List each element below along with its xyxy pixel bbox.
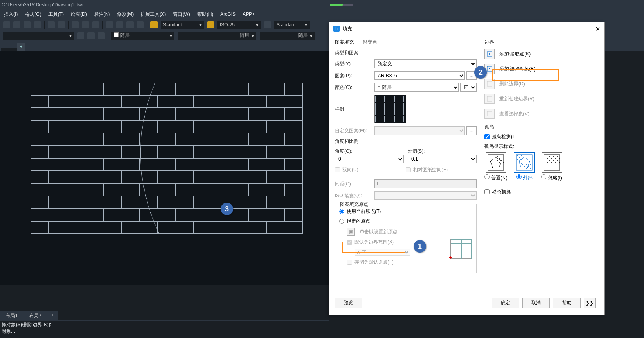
redo-icon[interactable]: [58, 21, 65, 28]
cancel-button[interactable]: 取消: [522, 298, 550, 308]
zoom-window-icon[interactable]: [92, 21, 99, 28]
layer-lock-icon[interactable]: [77, 32, 84, 39]
preview-button[interactable]: 预览: [335, 298, 362, 308]
menu-tools[interactable]: 工具(T): [48, 11, 64, 18]
dialog-title: 填充: [343, 26, 352, 32]
scale-label: 比例(S):: [408, 148, 425, 154]
view-sel-label: 查看选择集(V): [499, 111, 529, 117]
tab-pattern[interactable]: 图案填充: [335, 39, 354, 46]
ok-button[interactable]: 确定: [492, 298, 519, 308]
text-style-icon[interactable]: [150, 21, 158, 28]
help-button[interactable]: 帮助: [553, 298, 581, 308]
undo-icon[interactable]: [48, 21, 55, 28]
type-select[interactable]: 预定义: [374, 59, 477, 68]
menu-dim[interactable]: 标注(N): [94, 11, 110, 18]
match-icon[interactable]: [34, 21, 41, 28]
menu-arcgis[interactable]: ArcGIS: [220, 11, 236, 17]
callout-2: 2: [474, 66, 487, 79]
menu-modify[interactable]: 修改(M): [117, 11, 134, 18]
svg-rect-3: [487, 81, 492, 86]
add-pick-label[interactable]: 添加:拾取点(K): [499, 51, 531, 57]
dyn-preview-checkbox[interactable]: [484, 189, 490, 194]
menu-draw[interactable]: 绘图(D): [71, 11, 87, 18]
new-tab-button[interactable]: +: [17, 43, 25, 51]
table-style-combo[interactable]: Standard▾: [274, 21, 310, 29]
island-ignore-icon[interactable]: [542, 152, 562, 173]
copy-icon[interactable]: [13, 21, 20, 28]
color-combo[interactable]: 随层▾: [111, 32, 174, 40]
scale-select[interactable]: 0.1: [408, 155, 477, 163]
island-outer-radio[interactable]: [516, 174, 522, 179]
layer-off-icon[interactable]: [87, 32, 95, 39]
sample-preview[interactable]: [374, 95, 406, 123]
zoom-icon[interactable]: [82, 21, 89, 28]
highlight-2: [492, 69, 559, 81]
menu-window[interactable]: 窗口(W): [173, 11, 190, 18]
layer-combo[interactable]: ▾: [3, 32, 74, 40]
callout-1: 1: [414, 240, 426, 253]
island-style-label: 孤岛显示样式:: [484, 143, 595, 150]
text-style-combo[interactable]: Standard▾: [161, 21, 204, 29]
island-outer-label: 外部: [523, 175, 533, 181]
lineweight-combo[interactable]: 随层▾: [260, 32, 315, 40]
origin-store-label: 存储为默认原点(F): [354, 259, 393, 266]
doc-tab-drawing1[interactable]: ×: [1, 48, 17, 51]
table-icon[interactable]: [106, 21, 113, 28]
command-line[interactable]: 择对象(S)/删除边界(B)]: 对象...: [0, 320, 329, 338]
pattern-select[interactable]: AR-B816: [374, 71, 465, 80]
pick-origin-icon: ▣: [347, 228, 355, 236]
paper-checkbox: [406, 167, 411, 172]
linetype-combo[interactable]: 随层▾: [178, 32, 256, 40]
origin-preview: [450, 239, 472, 259]
layer-freeze-icon[interactable]: [98, 32, 105, 39]
angle-select[interactable]: 0: [335, 155, 404, 163]
island-normal-icon[interactable]: [486, 152, 506, 173]
section-island-title: 孤岛: [484, 124, 595, 130]
island-detect-checkbox[interactable]: [484, 134, 490, 139]
minimize-button[interactable]: —: [624, 0, 640, 9]
menu-app[interactable]: APP+: [243, 11, 255, 17]
island-ignore-radio[interactable]: [541, 174, 546, 179]
layout-tab-2[interactable]: 布局2: [24, 311, 47, 320]
island-normal-label: 普通(N): [491, 175, 507, 181]
dyn-preview-label: 动态预览: [492, 188, 511, 195]
paper-label: 相对图纸空间(E): [413, 166, 448, 173]
island-detect-label: 孤岛检测(L): [492, 133, 517, 140]
props-icon[interactable]: [137, 21, 144, 28]
callout-3: 3: [221, 203, 233, 215]
pan-icon[interactable]: [72, 21, 79, 28]
custom-select: [374, 126, 465, 135]
dim-style-combo[interactable]: ISO-25▾: [217, 21, 261, 29]
color-swatch-select[interactable]: ☑: [460, 83, 477, 92]
pattern-label: 图案(P):: [335, 72, 374, 79]
origin-spec-radio[interactable]: [339, 219, 344, 224]
island-outer-icon[interactable]: [514, 152, 535, 173]
recreate-label: 重新创建边界(R): [499, 96, 535, 102]
origin-current-radio[interactable]: [339, 209, 344, 214]
section-origin-title: 图案填充原点: [338, 201, 370, 208]
pick-point-icon[interactable]: [484, 49, 495, 59]
cmd-history: 择对象(S)/删除边界(B)]:: [2, 321, 327, 328]
cut-icon[interactable]: [3, 21, 10, 28]
expand-button[interactable]: ❯❯: [584, 298, 596, 308]
menu-insert[interactable]: 插入(I): [4, 11, 18, 18]
menu-format[interactable]: 格式(O): [25, 11, 41, 18]
sample-label: 样例:: [335, 106, 374, 113]
layout-icon[interactable]: [116, 21, 123, 28]
menu-help[interactable]: 帮助(H): [197, 11, 213, 18]
paste-icon[interactable]: [24, 21, 31, 28]
dim-style-icon[interactable]: [207, 21, 214, 28]
menu-ext[interactable]: 扩展工具(X): [141, 11, 166, 18]
layout-tab-1[interactable]: 布局1: [0, 311, 23, 320]
table-style-icon[interactable]: [264, 21, 271, 28]
island-normal-radio[interactable]: [484, 174, 490, 179]
layout2-icon[interactable]: [126, 21, 134, 28]
color-select[interactable]: □ 随层: [374, 83, 459, 92]
tab-gradient[interactable]: 渐变色: [363, 39, 377, 46]
origin-spec-label: 指定的原点: [347, 218, 370, 225]
hatch-dialog: h 填充 ✕ 图案填充 渐变色 类型和图案 类型(Y): 预定义 图案(P): …: [329, 22, 605, 315]
close-button[interactable]: ✕: [595, 25, 600, 33]
cmd-prompt: 对象...: [2, 328, 327, 335]
add-layout-button[interactable]: +: [47, 311, 58, 320]
drawing-canvas[interactable]: [0, 51, 329, 285]
